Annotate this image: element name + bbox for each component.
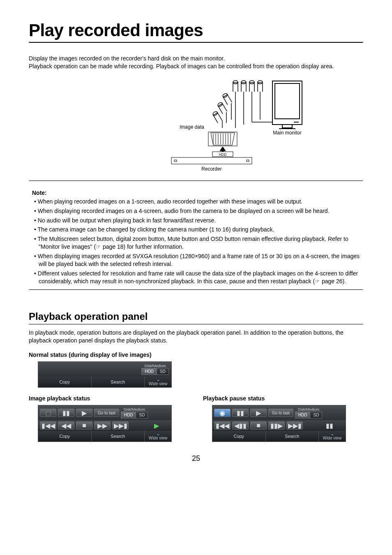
diagram-label-image-data: Image data — [180, 124, 204, 130]
disk-medium-label: Disk/Medium — [145, 364, 166, 368]
pause-button[interactable]: ▮▮ — [58, 409, 74, 417]
pause-indicator-icon: ▮▮ — [326, 422, 344, 430]
wide-view-toggle[interactable]: ⌄ Wide view — [144, 431, 171, 442]
rewind-button[interactable]: ◀◀ — [58, 421, 74, 430]
go-to-last-button[interactable]: Go to last — [268, 409, 293, 417]
stop-icon: ■ — [256, 422, 261, 429]
page-title: Play recorded images — [29, 21, 363, 40]
note-heading: Note: — [32, 190, 363, 196]
fast-forward-icon: ▶▶ — [97, 422, 107, 430]
section-paragraph: In playback mode, operation buttons are … — [29, 329, 363, 345]
note-list: When playing recorded images on a 1-scre… — [32, 198, 363, 285]
note-top-rule — [29, 180, 363, 181]
skip-forward-icon: ▶▶▮ — [288, 422, 302, 430]
skip-back-icon: ▮◀◀ — [42, 422, 55, 430]
tab-hdd[interactable]: HDD — [141, 368, 157, 375]
tab-hdd[interactable]: HDD — [121, 412, 136, 419]
note-item: No audio will be output when playing bac… — [39, 217, 363, 224]
system-diagram: Image data — [29, 79, 363, 174]
camera-icon: ◉ — [219, 409, 225, 417]
frame-back-icon: ◀▮▮ — [234, 422, 247, 430]
section-rule — [29, 324, 363, 325]
stop-button[interactable]: ■ — [250, 421, 267, 430]
play-icon: ▶ — [256, 409, 261, 417]
skip-back-icon: ▮◀◀ — [216, 422, 229, 430]
pause-status-heading: Playback pause status — [203, 395, 346, 402]
tab-hdd[interactable]: HDD — [295, 412, 311, 419]
tab-sd[interactable]: SD — [310, 412, 322, 419]
svg-rect-5 — [171, 157, 252, 164]
disk-medium-label: Disk/Medium — [298, 407, 319, 412]
play-button[interactable]: ▶ — [250, 409, 267, 417]
pause-status-panel: ◉ ▮▮ ▶ Go to last Disk/Medium HDD SD ▮◀◀… — [212, 405, 346, 442]
playback-status-panel: ▢ ▮▮ ▶ Go to last Disk/Medium HDD SD ▮◀◀… — [38, 405, 172, 442]
play-icon: ▶ — [82, 409, 87, 417]
play-button[interactable]: ▶ — [76, 409, 92, 417]
skip-back-button[interactable]: ▮◀◀ — [214, 421, 231, 430]
pause-button[interactable]: ▮▮ — [232, 409, 249, 417]
capture-button[interactable]: ◉ — [214, 409, 231, 417]
wide-view-label: Wide view — [323, 435, 342, 440]
tab-sd[interactable]: SD — [157, 368, 169, 375]
normal-status-heading: Normal status (during display of live im… — [29, 352, 363, 358]
normal-status-panel: Disk/Medium HDD SD Copy Search ⌄ Wide vi… — [38, 361, 172, 388]
note-bottom-rule — [29, 289, 363, 290]
copy-button[interactable]: Copy — [38, 431, 91, 442]
note-item: The camera image can be changed by click… — [39, 226, 363, 234]
capture-button[interactable]: ▢ — [40, 409, 56, 417]
play-indicator-icon: ▶ — [154, 422, 170, 430]
skip-back-button[interactable]: ▮◀◀ — [40, 421, 56, 430]
skip-forward-button[interactable]: ▶▶▮ — [112, 421, 129, 430]
wide-view-toggle[interactable]: ⌄ Wide view — [144, 377, 171, 387]
title-rule — [29, 42, 363, 43]
frame-back-button[interactable]: ◀▮▮ — [232, 421, 249, 430]
note-item: When displaying images recorded at SVXGA… — [39, 252, 363, 268]
svg-marker-18 — [220, 147, 226, 151]
copy-button[interactable]: Copy — [38, 377, 91, 387]
copy-button[interactable]: Copy — [212, 431, 265, 442]
tab-sd[interactable]: SD — [136, 412, 148, 419]
wide-view-toggle[interactable]: ⌄ Wide view — [318, 431, 346, 442]
playback-status-heading: Image playback status — [29, 395, 172, 402]
go-to-last-button[interactable]: Go to last — [94, 409, 119, 417]
frame-forward-button[interactable]: ▮▮▶ — [268, 421, 285, 430]
wide-view-label: Wide view — [149, 381, 168, 386]
camera-icon: ▢ — [45, 409, 51, 417]
rewind-icon: ◀◀ — [61, 422, 71, 430]
pause-icon: ▮▮ — [237, 409, 244, 417]
note-item: When playing recorded images on a 1-scre… — [39, 198, 363, 206]
note-item: Different values selected for resolution… — [39, 270, 363, 285]
skip-forward-icon: ▶▶▮ — [114, 422, 127, 430]
stop-icon: ■ — [82, 422, 86, 429]
diagram-label-recorder: Recorder — [201, 166, 221, 172]
stop-button[interactable]: ■ — [76, 421, 92, 430]
pause-icon: ▮▮ — [62, 409, 70, 417]
section-heading: Playback operation panel — [29, 311, 363, 322]
wide-view-label: Wide view — [149, 435, 168, 440]
disk-medium-label: Disk/Medium — [124, 407, 145, 412]
skip-forward-button[interactable]: ▶▶▮ — [286, 421, 303, 430]
diagram-label-hdd: HDD — [219, 153, 227, 157]
note-item: When displaying recorded images on a 4-s… — [39, 207, 363, 215]
diagram-label-monitor: Main monitor — [273, 130, 301, 136]
note-item: The Multiscreen select button, digital z… — [39, 235, 363, 251]
svg-rect-32 — [282, 125, 292, 128]
intro-paragraph: Display the images recorded on the recor… — [29, 55, 363, 70]
page-number: 25 — [29, 454, 363, 463]
svg-rect-30 — [275, 83, 300, 119]
frame-forward-icon: ▮▮▶ — [270, 422, 283, 430]
fast-forward-button[interactable]: ▶▶ — [94, 421, 111, 430]
